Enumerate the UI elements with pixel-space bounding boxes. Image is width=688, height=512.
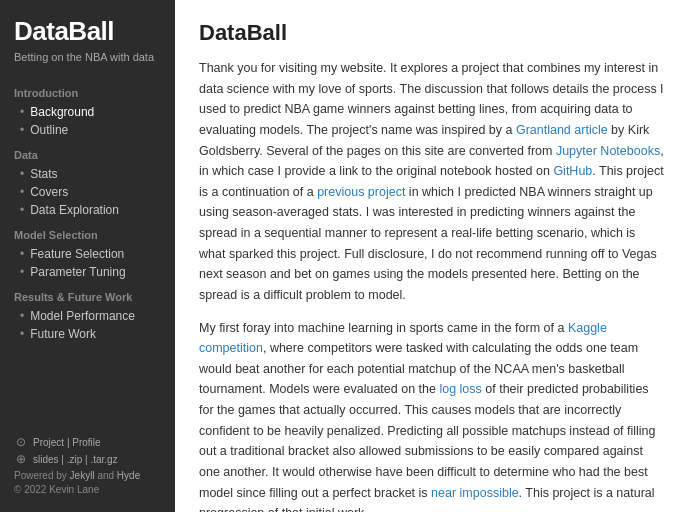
sidebar: DataBall Betting on the NBA with data In… (0, 0, 175, 512)
paragraph-2: My first foray into machine learning in … (199, 318, 664, 513)
main-content: DataBall Thank you for visiting my websi… (175, 0, 688, 512)
footer-project-profile[interactable]: Project | Profile (33, 437, 101, 448)
sidebar-footer: ⊙ Project | Profile ⊕ slides | .zip | .t… (0, 425, 175, 504)
sidebar-item-feature-selection[interactable]: Feature Selection (0, 245, 175, 263)
sidebar-section-introduction: Introduction (0, 77, 175, 103)
jupyter-link[interactable]: Jupyter Notebooks (556, 144, 660, 158)
sidebar-item-covers[interactable]: Covers (0, 183, 175, 201)
github-icon: ⊙ (14, 435, 28, 449)
github-link[interactable]: GitHub (553, 164, 592, 178)
sidebar-item-data-exploration[interactable]: Data Exploration (0, 201, 175, 219)
page-title: DataBall (199, 20, 664, 46)
sidebar-section-model-selection: Model Selection (0, 219, 175, 245)
site-title: DataBall (0, 0, 175, 51)
paragraph-1: Thank you for visiting my website. It ex… (199, 58, 664, 306)
near-impossible-link[interactable]: near impossible (431, 486, 519, 500)
download-icon: ⊕ (14, 452, 28, 466)
footer-powered-by: Powered by Jekyll and Hyde (14, 470, 140, 481)
sidebar-item-parameter-tuning[interactable]: Parameter Tuning (0, 263, 175, 281)
main-body: Thank you for visiting my website. It ex… (199, 58, 664, 512)
log-loss-link[interactable]: log loss (439, 382, 481, 396)
site-subtitle: Betting on the NBA with data (0, 51, 175, 77)
grantland-link[interactable]: Grantland article (516, 123, 608, 137)
sidebar-section-results: Results & Future Work (0, 281, 175, 307)
sidebar-item-stats[interactable]: Stats (0, 165, 175, 183)
sidebar-item-background[interactable]: Background (0, 103, 175, 121)
kaggle-link[interactable]: Kaggle competition (199, 321, 607, 356)
sidebar-section-data: Data (0, 139, 175, 165)
footer-downloads[interactable]: slides | .zip | .tar.gz (33, 454, 118, 465)
footer-copyright: © 2022 Kevin Lane (14, 484, 99, 495)
sidebar-item-model-performance[interactable]: Model Performance (0, 307, 175, 325)
previous-project-link[interactable]: previous project (317, 185, 405, 199)
sidebar-item-outline[interactable]: Outline (0, 121, 175, 139)
sidebar-item-future-work[interactable]: Future Work (0, 325, 175, 343)
